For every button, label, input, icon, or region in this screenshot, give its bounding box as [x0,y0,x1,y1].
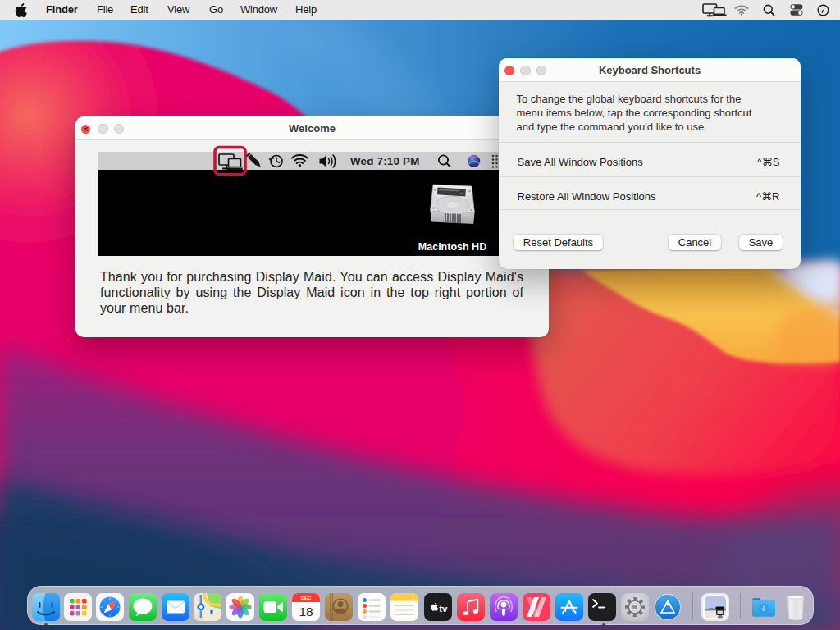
svg-text:18: 18 [299,605,313,619]
svg-text:DEC: DEC [301,596,312,600]
svg-text:tv: tv [439,604,448,614]
svg-text:Wed 7:10 PM: Wed 7:10 PM [350,155,420,167]
svg-text:Macintosh HD: Macintosh HD [418,240,486,252]
